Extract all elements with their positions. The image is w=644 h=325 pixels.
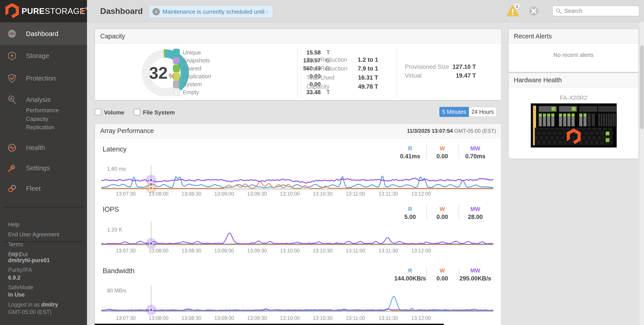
x-tick-label: 13:10:00: [274, 191, 305, 197]
sidebar-item-storage[interactable]: Storage: [0, 46, 87, 65]
x-tick-label: 13:10:00: [274, 248, 305, 254]
hardware-chassis-image[interactable]: [531, 103, 617, 148]
chassis-module: [598, 106, 616, 112]
drive-bar-led: [551, 114, 554, 116]
logout-link[interactable]: Log Out: [8, 251, 28, 257]
purity-label: Purity//FA: [8, 267, 32, 273]
filesystem-checkbox-label: File System: [143, 109, 175, 116]
drive-bar: [615, 114, 617, 126]
sidebar-item-label: Protection: [26, 75, 56, 82]
alert-badge-count: 1: [516, 4, 518, 9]
sidebar-item-settings[interactable]: Settings: [0, 159, 87, 177]
purity-version: 6.9.2: [8, 274, 20, 281]
capacity-divider-1: [297, 49, 298, 97]
help-link[interactable]: Help: [8, 221, 20, 228]
drive-bar: [598, 114, 600, 126]
sidebar-item-analysis[interactable]: Analysis: [0, 90, 87, 109]
filesystem-checkbox[interactable]: [134, 109, 140, 115]
eula-link[interactable]: End User Agreement: [8, 231, 59, 238]
drive-bar: [610, 114, 612, 126]
x-tick-label: 13:11:00: [340, 248, 371, 254]
bandwidth-stat-mw: MW 295.00KB/s: [456, 267, 495, 282]
stat-value: 1.2 to 1: [330, 57, 378, 63]
chassis-module: [579, 106, 597, 112]
x-tick-label: 13:10:00: [274, 315, 305, 321]
stat-mw-label: MW: [456, 206, 495, 212]
drive-bar-led: [579, 114, 582, 116]
sidebar-item-dashboard[interactable]: Dashboard: [0, 23, 87, 45]
shield-icon: [8, 74, 16, 83]
drive-bar: [606, 114, 607, 126]
sidebar-item-fleet[interactable]: Fleet: [0, 179, 87, 198]
x-tick-label: 13:10:30: [307, 248, 338, 254]
analysis-icon: [8, 95, 16, 104]
fleet-icon: [8, 184, 16, 193]
capacity-panel-title: Capacity: [100, 33, 125, 40]
timestamp-datetime: 11/3/2025 13:07:54: [407, 128, 453, 134]
legend-label: Replication: [183, 73, 211, 80]
time-toggle-24-hours[interactable]: 24 Hours: [469, 107, 497, 117]
dismiss-button[interactable]: [529, 6, 539, 16]
search-icon: [556, 8, 562, 14]
sidebar-item-capacity[interactable]: Capacity: [26, 116, 48, 122]
drive-bar: [588, 114, 591, 126]
sidebar-collapse-icon[interactable]: [80, 8, 83, 13]
x-tick-label: 13:08:30: [176, 191, 207, 197]
maintenance-banner-text: Maintenance is currently scheduled until…: [162, 8, 268, 15]
legend-swatch: [173, 49, 180, 56]
logo-band: PURESTORAGE®: [0, 0, 87, 22]
x-tick-label: 13:07:30: [110, 191, 141, 197]
drive-bar: [592, 114, 595, 126]
stat-value: 16.31 T: [330, 74, 378, 81]
series-mw-line: [101, 178, 493, 183]
series-r-line: [101, 176, 493, 188]
sidebar-item-protection[interactable]: Protection: [0, 69, 87, 88]
array-name: dmitryhl-pure01: [8, 257, 50, 263]
sidebar-item-label: Dashboard: [26, 30, 58, 38]
sidebar-item-label: Storage: [26, 52, 49, 60]
series-w-line: [101, 181, 493, 188]
volume-checkbox[interactable]: [95, 109, 101, 115]
terms-link[interactable]: Terms: [8, 241, 23, 248]
storage-icon: [8, 51, 16, 60]
search-box: [552, 6, 639, 16]
x-tick-label: 13:07:30: [110, 248, 141, 254]
x-tick-label: 13:09:30: [242, 191, 272, 197]
search-input[interactable]: [564, 7, 636, 15]
chassis-module-led: [552, 107, 556, 111]
time-toggle-5-minutes[interactable]: 5 Minutes: [440, 107, 469, 117]
bandwidth-chart[interactable]: [101, 293, 493, 311]
hardware-health-panel: Hardware Health FA-X20R2: [508, 73, 639, 159]
latency-chart[interactable]: [101, 173, 493, 189]
scrollbar-track[interactable]: [640, 22, 644, 325]
capacity-divider-2: [397, 49, 397, 97]
iops-chart[interactable]: [101, 229, 493, 245]
series-r-line: [101, 296, 493, 310]
sidebar-item-replication[interactable]: Replication: [26, 124, 54, 131]
maintenance-banner[interactable]: i Maintenance is currently scheduled unt…: [149, 6, 273, 18]
drive-bar-led: [559, 114, 562, 116]
page-title: Dashboard: [100, 7, 143, 16]
stat-label: Virtual: [405, 72, 422, 79]
crosshair-marker-mw: [150, 308, 153, 312]
stat-mw-label: MW: [456, 145, 495, 152]
series-mw-line: [101, 233, 493, 244]
scrollbar-thumb[interactable]: [640, 46, 644, 129]
legend-row: Unique 15.58 T: [173, 49, 340, 56]
sidebar-item-health[interactable]: Health: [0, 138, 87, 157]
x-tick-label: 13:09:00: [209, 248, 240, 254]
logged-in-prefix: Logged in as: [8, 301, 41, 307]
drive-bar-led: [572, 114, 574, 116]
sidebar-item-performance[interactable]: Performance: [26, 107, 59, 114]
drive-bar-led: [567, 114, 570, 116]
x-tick-label: 13:11:00: [340, 315, 371, 321]
stat-mw-label: MW: [456, 267, 495, 274]
close-icon: [529, 6, 539, 16]
legend-swatch: [173, 88, 180, 96]
top-bar: Dashboard i Maintenance is currently sch…: [87, 0, 644, 22]
latency-stat-mw: MW 0.70ms: [456, 145, 495, 160]
legend-label: Unique: [183, 49, 201, 56]
safemode-label: SafeMode: [8, 284, 33, 291]
x-tick-label: 13:12:00: [406, 248, 436, 254]
alerts-indicator[interactable]: 1: [505, 3, 521, 19]
